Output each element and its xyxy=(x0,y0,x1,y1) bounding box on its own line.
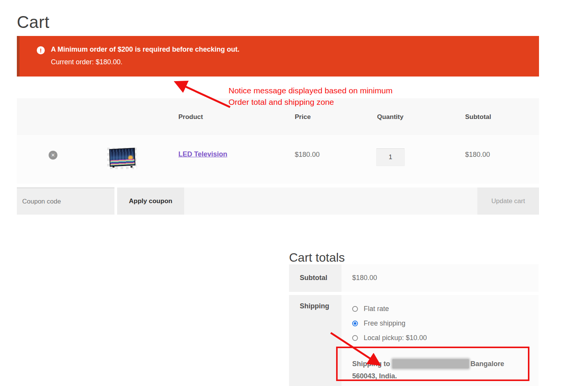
subtotal-header-cell: Subtotal xyxy=(289,264,341,292)
shipping-options: Flat rate Free shipping Local pickup: $1… xyxy=(352,301,427,345)
update-cart-button[interactable]: Update cart xyxy=(477,187,539,215)
annotation-note-line2: Order total and shipping zone xyxy=(229,96,412,108)
subtotal-label: Subtotal xyxy=(300,274,327,282)
shipping-label: Shipping xyxy=(300,302,329,310)
product-link[interactable]: LED Television xyxy=(178,150,227,158)
subtotal-value: $180.00 xyxy=(352,274,377,282)
cart-totals-heading: Cart totals xyxy=(289,251,345,265)
radio-button-unchecked-icon[interactable] xyxy=(352,306,358,312)
notice-line2: Current order: $180.00. xyxy=(51,58,122,66)
radio-button-checked-icon[interactable] xyxy=(352,321,358,326)
column-header-product: Product xyxy=(178,113,203,121)
shipping-option-flat-rate[interactable]: Flat rate xyxy=(352,301,427,316)
line-subtotal: $180.00 xyxy=(465,151,490,159)
apply-coupon-button[interactable]: Apply coupon xyxy=(117,187,184,215)
shipping-option-free-shipping[interactable]: Free shipping xyxy=(352,316,427,331)
minimum-order-notice: ! A Minimum order of $200 is required be… xyxy=(17,36,539,77)
product-price: $180.00 xyxy=(295,151,320,159)
notice-line1: A Minimum order of $200 is required befo… xyxy=(51,46,239,54)
product-thumbnail[interactable] xyxy=(107,148,137,169)
annotation-box xyxy=(336,347,529,381)
table-row: ✕ LED Television $180.00 $180.00 xyxy=(17,135,539,184)
column-header-subtotal: Subtotal xyxy=(465,113,491,121)
quantity-input[interactable] xyxy=(376,148,405,166)
coupon-code-input[interactable] xyxy=(17,187,114,215)
cart-page: Cart ! A Minimum order of $200 is requir… xyxy=(0,0,588,386)
shipping-option-local-pickup[interactable]: Local pickup: $10.00 xyxy=(352,331,427,345)
subtotal-value-cell: $180.00 xyxy=(341,264,539,292)
annotation-note-line1: Notice message displayed based on minimu… xyxy=(229,85,412,96)
cart-actions-band xyxy=(184,187,477,215)
tv-image xyxy=(109,148,136,166)
page-title: Cart xyxy=(17,13,49,32)
radio-button-unchecked-icon[interactable] xyxy=(352,335,358,341)
annotation-note: Notice message displayed based on minimu… xyxy=(229,85,412,108)
shipping-header-cell: Shipping xyxy=(289,295,341,386)
column-header-price: Price xyxy=(295,113,311,121)
column-header-quantity: Quantity xyxy=(377,113,403,121)
exclamation-circle-icon: ! xyxy=(37,46,45,54)
remove-item-button[interactable]: ✕ xyxy=(49,151,57,160)
